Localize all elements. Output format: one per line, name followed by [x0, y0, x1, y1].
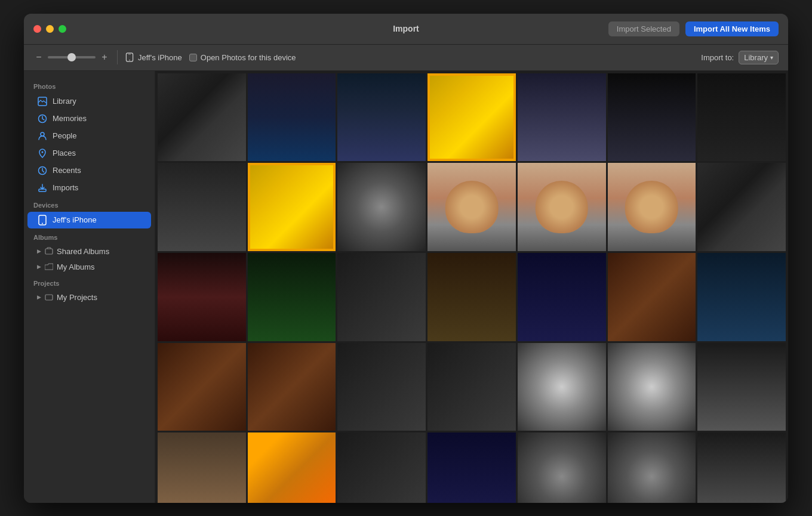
iphone-sidebar-icon	[37, 215, 48, 225]
my-albums-chevron-icon: ▶	[37, 264, 41, 270]
photo-cell[interactable]	[697, 73, 786, 162]
device-name-label: Jeff's iPhone	[138, 53, 182, 62]
photo-cell[interactable]	[158, 163, 246, 251]
sidebar-group-shared-albums[interactable]: ▶ Shared Albums	[27, 244, 151, 259]
maximize-button[interactable]	[59, 25, 66, 33]
sidebar-item-recents[interactable]: Recents	[27, 162, 151, 179]
photo-cell[interactable]	[248, 432, 336, 502]
open-photos-toggle[interactable]: Open Photos for this device	[189, 53, 296, 62]
photo-cell[interactable]	[248, 343, 336, 431]
my-projects-chevron-icon: ▶	[37, 294, 41, 300]
toolbar: − + Jeff's iPhone Open Photos for this d…	[24, 45, 788, 71]
photo-cell[interactable]	[158, 343, 246, 431]
sidebar-item-people[interactable]: People	[27, 128, 151, 144]
photo-cell[interactable]	[427, 253, 516, 341]
photo-cell[interactable]	[608, 253, 696, 341]
shared-albums-label: Shared Albums	[57, 247, 109, 256]
photo-cell[interactable]	[337, 73, 426, 162]
photo-cell[interactable]	[518, 343, 606, 431]
photo-cell[interactable]	[158, 73, 246, 162]
photo-cell[interactable]	[518, 163, 606, 251]
places-icon	[37, 148, 48, 159]
svg-point-6	[42, 151, 44, 153]
photo-cell[interactable]	[427, 73, 516, 162]
photo-cell[interactable]	[248, 163, 336, 251]
close-button[interactable]	[33, 25, 41, 33]
dropdown-chevron-icon: ▾	[770, 54, 773, 61]
photos-section-label: Photos	[24, 78, 155, 92]
my-albums-label: My Albums	[57, 262, 95, 271]
import-to-text: Import to:	[701, 53, 734, 62]
open-photos-checkbox[interactable]	[189, 54, 197, 61]
import-destination: Import to: Library ▾	[701, 51, 779, 64]
photo-cell[interactable]	[337, 343, 426, 431]
sidebar-item-jeffs-iphone[interactable]: Jeff's iPhone	[27, 212, 151, 228]
photo-cell[interactable]	[337, 253, 426, 341]
main-content: Photos Library Memories People	[24, 71, 788, 503]
photo-cell[interactable]	[248, 73, 336, 162]
photo-cell[interactable]	[337, 432, 426, 502]
photo-cell[interactable]	[158, 253, 246, 341]
my-projects-label: My Projects	[57, 293, 97, 302]
people-label: People	[53, 131, 76, 140]
imports-icon	[37, 183, 48, 193]
photo-cell[interactable]	[697, 163, 786, 251]
svg-point-1	[129, 60, 130, 61]
photo-cell[interactable]	[608, 163, 696, 251]
zoom-in-button[interactable]: +	[99, 52, 110, 63]
photo-grid-area[interactable]	[155, 71, 788, 503]
sidebar-item-imports[interactable]: Imports	[27, 180, 151, 196]
zoom-slider[interactable]	[48, 56, 96, 58]
photo-cell[interactable]	[518, 253, 606, 341]
library-dropdown[interactable]: Library ▾	[739, 51, 779, 64]
svg-rect-12	[45, 295, 53, 300]
open-photos-text: Open Photos for this device	[201, 53, 296, 62]
memories-label: Memories	[53, 114, 87, 123]
svg-point-5	[41, 132, 44, 136]
imports-label: Imports	[53, 183, 78, 192]
shared-albums-icon	[45, 247, 53, 255]
photo-cell[interactable]	[697, 343, 786, 431]
photo-cell[interactable]	[697, 253, 786, 341]
photo-cell[interactable]	[337, 163, 426, 251]
my-projects-icon	[45, 293, 53, 301]
import-selected-button[interactable]: Import Selected	[608, 21, 679, 36]
photo-cell[interactable]	[608, 432, 696, 502]
app-window: Import Import Selected Import All New It…	[24, 14, 788, 503]
import-all-button[interactable]: Import All New Items	[685, 21, 779, 36]
albums-section-label: Albums	[24, 229, 155, 243]
memories-icon	[37, 113, 48, 124]
photo-cell[interactable]	[608, 73, 696, 162]
window-title: Import	[393, 24, 419, 33]
sidebar-item-library[interactable]: Library	[27, 93, 151, 110]
iphone-icon	[125, 52, 134, 62]
photo-cell[interactable]	[248, 253, 336, 341]
library-option: Library	[744, 53, 768, 62]
photo-cell[interactable]	[427, 343, 516, 431]
recents-label: Recents	[53, 166, 81, 175]
photo-cell[interactable]	[158, 432, 246, 502]
projects-section-label: Projects	[24, 275, 155, 289]
photo-cell[interactable]	[697, 432, 786, 502]
library-label: Library	[53, 97, 76, 106]
svg-point-10	[42, 223, 43, 224]
sidebar-item-memories[interactable]: Memories	[27, 110, 151, 127]
photo-cell[interactable]	[518, 432, 606, 502]
sidebar-item-places[interactable]: Places	[27, 145, 151, 162]
photo-cell[interactable]	[427, 163, 516, 251]
devices-section-label: Devices	[24, 197, 155, 211]
sidebar-group-my-albums[interactable]: ▶ My Albums	[27, 259, 151, 274]
recents-icon	[37, 165, 48, 176]
title-bar: Import Import Selected Import All New It…	[24, 14, 788, 45]
photo-cell[interactable]	[608, 343, 696, 431]
minimize-button[interactable]	[46, 25, 54, 33]
traffic-lights	[33, 25, 66, 33]
zoom-controls: − +	[33, 52, 110, 63]
sidebar-group-my-projects[interactable]: ▶ My Projects	[27, 290, 151, 305]
photo-cell[interactable]	[427, 432, 516, 502]
sidebar: Photos Library Memories People	[24, 71, 155, 503]
people-icon	[37, 131, 48, 141]
photo-cell[interactable]	[518, 73, 606, 162]
zoom-out-button[interactable]: −	[33, 52, 44, 63]
my-albums-folder-icon	[45, 262, 53, 271]
